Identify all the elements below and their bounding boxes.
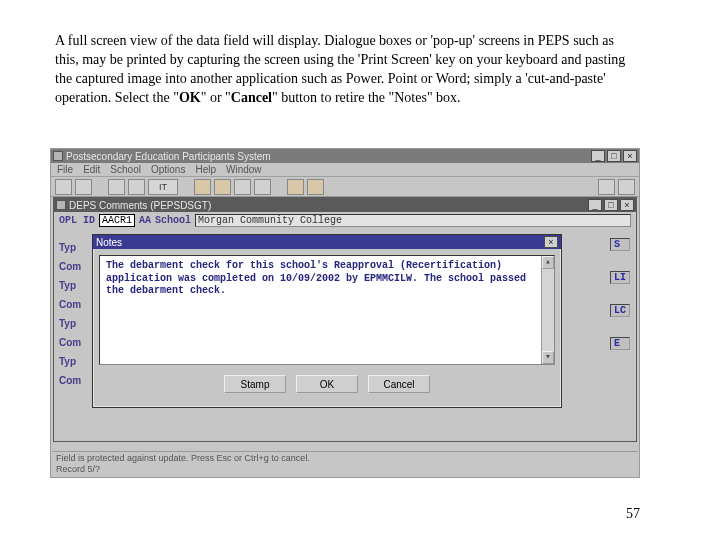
toolbar-btn-9[interactable] [287, 179, 304, 195]
label-com-4: Com [59, 371, 81, 390]
minimize-button[interactable]: _ [591, 150, 605, 162]
toolbar-btn-10[interactable] [307, 179, 324, 195]
label-typ-4: Typ [59, 352, 81, 371]
label-com-3: Com [59, 333, 81, 352]
menu-options[interactable]: Options [151, 164, 185, 175]
code-2: LI [610, 271, 630, 284]
comments-titlebar: DEPS Comments (PEPSDSGT) _ □ × [54, 198, 636, 212]
slide-caption: A full screen view of the data field wil… [55, 32, 630, 108]
label-com-2: Com [59, 295, 81, 314]
menubar: File Edit School Options Help Window [51, 163, 639, 177]
notes-titlebar: Notes × [93, 235, 561, 249]
toolbar-btn-5[interactable] [194, 179, 211, 195]
comments-window: DEPS Comments (PEPSDSGT) _ □ × OPL ID AA… [53, 197, 637, 442]
status-bar: Field is protected against update. Press… [52, 451, 638, 476]
toolbar-btn-right-2[interactable] [618, 179, 635, 195]
toolbar-btn-right-1[interactable] [598, 179, 615, 195]
doc-icon [56, 200, 66, 210]
toolbar-btn-4[interactable] [128, 179, 145, 195]
inner-maximize-button[interactable]: □ [604, 199, 618, 211]
ok-button[interactable]: OK [296, 375, 358, 393]
cancel-button[interactable]: Cancel [368, 375, 430, 393]
row-labels: Typ Com Typ Com Typ Com Typ Com [59, 238, 81, 390]
notes-close-button[interactable]: × [544, 236, 558, 248]
toolbar-btn-2[interactable] [75, 179, 92, 195]
comments-title-text: DEPS Comments (PEPSDSGT) [69, 200, 585, 211]
stamp-button[interactable]: Stamp [224, 375, 286, 393]
menu-file[interactable]: File [57, 164, 73, 175]
aa-label: AA [139, 215, 151, 226]
toolbar-group-it[interactable]: IT [148, 179, 178, 195]
notes-text: The debarment check for this school's Re… [106, 260, 526, 296]
school-value: Morgan Community College [195, 214, 631, 227]
label-com-1: Com [59, 257, 81, 276]
status-line-1: Field is protected against update. Press… [56, 453, 634, 464]
toolbar-btn-6[interactable] [214, 179, 231, 195]
inner-close-button[interactable]: × [620, 199, 634, 211]
notes-scrollbar[interactable]: ▴ ▾ [541, 256, 554, 364]
toolbar: IT [51, 177, 639, 197]
opl-id-value[interactable]: AACR1 [99, 214, 135, 227]
page-number: 57 [626, 506, 640, 522]
label-typ-2: Typ [59, 276, 81, 295]
scroll-up-icon[interactable]: ▴ [542, 256, 554, 269]
code-4: E [610, 337, 630, 350]
toolbar-btn-1[interactable] [55, 179, 72, 195]
main-title-text: Postsecondary Education Participants Sys… [66, 151, 588, 162]
opl-id-label: OPL ID [59, 215, 95, 226]
scroll-down-icon[interactable]: ▾ [542, 351, 554, 364]
menu-help[interactable]: Help [195, 164, 216, 175]
toolbar-btn-7[interactable] [234, 179, 251, 195]
peps-app-window: Postsecondary Education Participants Sys… [50, 148, 640, 478]
maximize-button[interactable]: □ [607, 150, 621, 162]
menu-window[interactable]: Window [226, 164, 262, 175]
close-button[interactable]: × [623, 150, 637, 162]
menu-school[interactable]: School [110, 164, 141, 175]
inner-minimize-button[interactable]: _ [588, 199, 602, 211]
label-typ-1: Typ [59, 238, 81, 257]
toolbar-btn-8[interactable] [254, 179, 271, 195]
toolbar-btn-3[interactable] [108, 179, 125, 195]
school-label: School [155, 215, 191, 226]
notes-textarea[interactable]: The debarment check for this school's Re… [99, 255, 555, 365]
type-codes: S LI LC E [610, 238, 630, 350]
label-typ-3: Typ [59, 314, 81, 333]
main-titlebar: Postsecondary Education Participants Sys… [51, 149, 639, 163]
app-icon [53, 151, 63, 161]
status-line-2: Record 5/? [56, 464, 634, 475]
code-1: S [610, 238, 630, 251]
notes-title-text: Notes [96, 237, 544, 248]
notes-dialog: Notes × The debarment check for this sch… [92, 234, 562, 408]
code-3: LC [610, 304, 630, 317]
menu-edit[interactable]: Edit [83, 164, 100, 175]
